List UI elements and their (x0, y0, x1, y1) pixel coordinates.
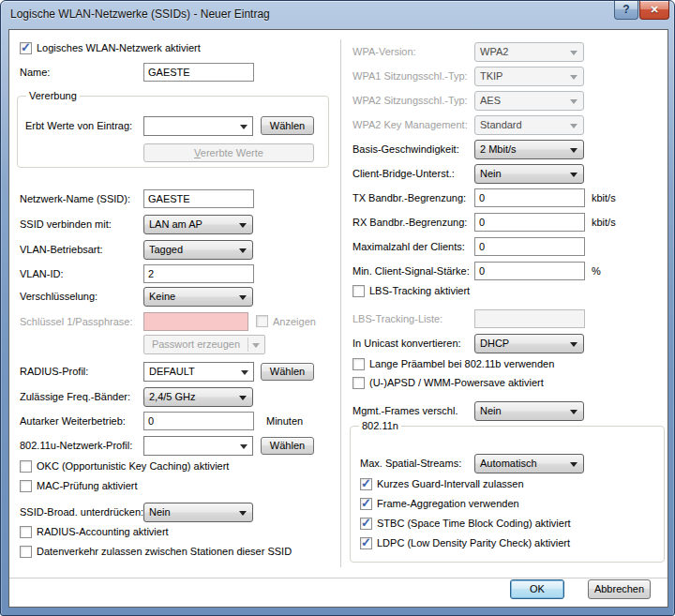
freq-bands-dropdown[interactable]: 2,4/5 GHz (143, 387, 253, 407)
rx-limit-label: RX Bandbr.-Begrenzung: (352, 213, 467, 232)
ssid-input[interactable] (143, 189, 254, 208)
client-bridge-value: Nein (480, 168, 502, 179)
ldpc-label: LDPC (Low Density Parity Check) aktivier… (377, 536, 570, 550)
80211n-group-title: 802.11n (359, 419, 401, 433)
standalone-input[interactable] (143, 412, 254, 430)
apsd-checkbox[interactable] (352, 377, 365, 389)
mgmt-frames-dropdown[interactable]: Nein (474, 401, 584, 421)
freq-bands-label: Zulässige Freq.-Bänder: (20, 387, 130, 406)
inherit-from-combobox[interactable] (143, 116, 253, 136)
inherit-from-label: Erbt Werte von Eintrag: (25, 116, 132, 135)
chevron-down-icon (239, 396, 247, 400)
frame-aggregation-checkbox[interactable] (360, 498, 372, 510)
chevron-down-icon (570, 124, 578, 128)
ok-button[interactable]: OK (510, 579, 564, 599)
base-rate-dropdown[interactable]: 2 Mbit/s (474, 140, 584, 159)
base-rate-value: 2 Mbit/s (480, 143, 517, 155)
unicast-dropdown[interactable]: DHCP (474, 334, 584, 353)
vlan-mode-label: VLAN-Betriebsart: (20, 240, 103, 259)
okc-label: OKC (Opportunistic Key Caching) aktivier… (37, 459, 229, 473)
window-title: Logische WLAN-Netzwerke (SSIDs) - Neuer … (10, 8, 270, 21)
vlan-mode-value: Tagged (149, 244, 183, 255)
wpa1-session-key-dropdown: TKIP (474, 67, 584, 86)
lbs-tracking-checkbox[interactable] (352, 285, 365, 297)
lbs-list-input (474, 309, 585, 328)
base-rate-label: Basis-Geschwindigkeit: (352, 140, 459, 158)
close-button[interactable]: ✕ (639, 1, 669, 20)
help-button[interactable]: ? (614, 1, 638, 20)
generate-password-button: Passwort erzeugen (143, 335, 265, 354)
passphrase-input (143, 312, 248, 331)
stbc-label: STBC (Space Time Block Coding) aktiviert (377, 517, 571, 531)
wpa2-key-mgmt-label: WPA2 Key Management: (352, 115, 468, 134)
wpa2-session-key-value: AES (480, 95, 501, 106)
short-guard-interval-checkbox[interactable] (360, 478, 372, 490)
ssid-broadcast-dropdown[interactable]: Nein (143, 503, 253, 522)
titlebar[interactable]: Logische WLAN-Netzwerke (SSIDs) - Neuer … (1, 1, 674, 29)
mgmt-frames-label: Mgmt.-Frames verschl. (352, 401, 458, 420)
chevron-down-icon (570, 462, 578, 467)
close-icon: ✕ (650, 4, 658, 15)
vlan-mode-dropdown[interactable]: Tagged (143, 240, 253, 260)
dialog-window: Logische WLAN-Netzwerke (SSIDs) - Neuer … (0, 0, 675, 616)
radius-profile-combobox[interactable]: DEFAULT (143, 362, 254, 382)
inter-station-traffic-checkbox[interactable] (20, 546, 32, 558)
min-signal-label: Min. Client-Signal-Stärke: (352, 262, 470, 280)
chevron-down-icon (239, 223, 247, 228)
inherit-choose-button[interactable]: Wählen (261, 116, 314, 135)
stbc-checkbox[interactable] (360, 518, 372, 530)
spatial-streams-dropdown[interactable]: Automatisch (474, 454, 584, 473)
short-guard-interval-label: Kurzes Guard-Intervall zulassen (377, 477, 524, 491)
connect-ssid-label: SSID verbinden mit: (20, 215, 112, 233)
wpa2-session-key-dropdown: AES (474, 91, 584, 111)
wpa2-session-key-label: WPA2 Sitzungsschl.-Typ: (352, 91, 468, 110)
min-signal-input[interactable] (474, 262, 585, 280)
help-icon: ? (622, 3, 629, 16)
wpa1-session-key-value: TKIP (480, 70, 502, 82)
chevron-down-icon (570, 342, 578, 347)
wpa2-key-mgmt-value: Standard (480, 119, 522, 130)
chevron-down-icon (570, 51, 578, 55)
dialog-body: Logisches WLAN-Netzwerk aktiviert Name: … (8, 29, 668, 608)
mac-check-label: MAC-Prüfung aktiviert (37, 479, 138, 493)
ldpc-checkbox[interactable] (360, 537, 372, 549)
chevron-down-icon (240, 125, 248, 129)
name-input[interactable] (143, 63, 254, 82)
tx-limit-input[interactable] (474, 188, 585, 207)
max-clients-label: Maximalzahl der Clients: (352, 237, 465, 256)
lbs-list-label: LBS-Tracking-Liste: (352, 309, 442, 328)
ssid-broadcast-label: SSID-Broad. unterdrücken: (20, 503, 143, 521)
inter-station-traffic-label: Datenverkehr zulassen zwischen Stationen… (37, 545, 292, 559)
long-preamble-checkbox[interactable] (352, 358, 365, 370)
client-bridge-dropdown[interactable]: Nein (474, 164, 584, 184)
radius-accounting-checkbox[interactable] (20, 526, 32, 538)
spatial-streams-value: Automatisch (480, 458, 537, 469)
tx-limit-label: TX Bandbr.-Begrenzung: (352, 188, 466, 207)
chevron-down-icon (570, 173, 578, 177)
vlan-id-input[interactable] (143, 264, 254, 283)
mac-check-checkbox[interactable] (20, 480, 32, 492)
radius-choose-button[interactable]: Wählen (261, 363, 314, 381)
chevron-down-icon (570, 75, 578, 80)
freq-bands-value: 2,4/5 GHz (149, 391, 196, 402)
unicast-label: In Unicast konvertieren: (352, 334, 461, 353)
okc-checkbox[interactable] (20, 460, 32, 473)
client-bridge-label: Client-Bridge-Unterst.: (352, 164, 455, 183)
encryption-dropdown[interactable]: Keine (143, 287, 253, 307)
column-divider (340, 39, 341, 567)
80211u-choose-button[interactable]: Wählen (261, 437, 314, 455)
logical-wlan-enabled-checkbox[interactable] (20, 42, 32, 54)
show-passphrase-label: Anzeigen (273, 315, 316, 329)
standalone-unit: Minuten (266, 412, 303, 430)
rx-limit-input[interactable] (474, 213, 585, 232)
radius-profile-value: DEFAULT (149, 366, 195, 377)
chevron-down-icon (239, 248, 247, 253)
connect-ssid-dropdown[interactable]: LAN am AP (143, 215, 253, 234)
chevron-down-icon (570, 148, 578, 153)
vererbung-group-title: Vererbung (26, 89, 80, 103)
cancel-button[interactable]: Abbrechen (588, 579, 651, 599)
chevron-down-icon (240, 444, 248, 449)
max-clients-input[interactable] (474, 237, 585, 256)
split-divider (248, 338, 248, 352)
80211u-profile-combobox[interactable] (143, 436, 253, 456)
